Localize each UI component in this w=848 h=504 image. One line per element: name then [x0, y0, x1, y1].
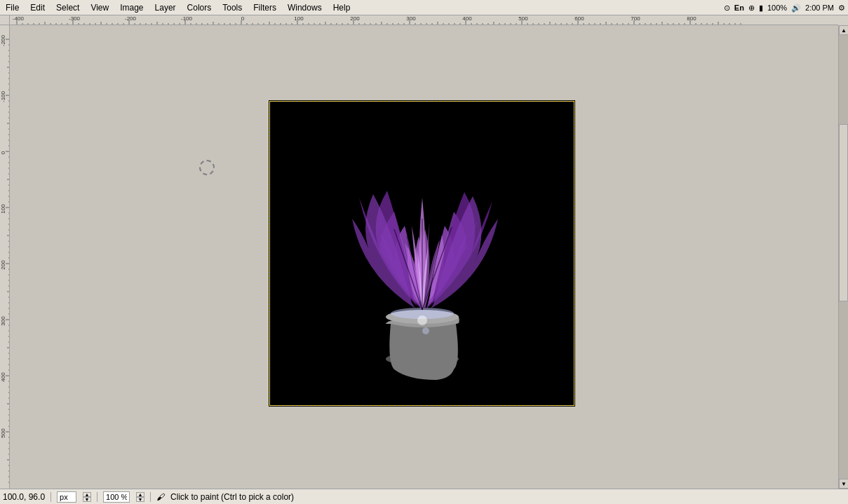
scroll-up-button[interactable]: ▲ — [839, 25, 848, 35]
paintbrush-icon: 🖌 — [156, 492, 165, 502]
menu-view[interactable]: View — [85, 1, 114, 14]
unit-spin-up[interactable]: ▲ — [83, 492, 91, 497]
statusbar-divider-1 — [51, 492, 51, 502]
unit-spinner[interactable]: ▲ ▼ — [83, 492, 91, 502]
zoom-spin-up[interactable]: ▲ — [136, 492, 144, 497]
volume-icon: 🔊 — [791, 4, 801, 13]
svg-point-4 — [422, 327, 429, 334]
settings-icon: ⚙ — [838, 4, 845, 13]
scroll-thumb-vertical[interactable] — [839, 124, 848, 301]
ruler-vertical — [0, 25, 10, 489]
menu-edit[interactable]: Edit — [25, 1, 51, 14]
unit-input[interactable] — [57, 491, 76, 503]
statusbar: 100.0, 96.0 ▲ ▼ ▲ ▼ 🖌 Click to paint (Ct… — [0, 489, 848, 504]
status-hint: Click to paint (Ctrl to pick a color) — [170, 492, 294, 502]
battery-icon: ▮ — [759, 4, 763, 13]
unit-spin-down[interactable]: ▼ — [83, 497, 91, 502]
ruler-h-canvas — [10, 15, 838, 25]
zoom-spin-down[interactable]: ▼ — [136, 497, 144, 502]
ruler-horizontal — [10, 15, 838, 25]
canvas-area[interactable] — [10, 25, 838, 489]
menu-layer[interactable]: Layer — [149, 1, 182, 14]
menu-select[interactable]: Select — [51, 1, 85, 14]
ruler-v-canvas — [0, 25, 10, 489]
menu-windows[interactable]: Windows — [282, 1, 328, 14]
svg-point-3 — [417, 315, 427, 325]
menu-colors[interactable]: Colors — [182, 1, 217, 14]
statusbar-divider-2 — [97, 492, 97, 502]
gimp-icon: En — [734, 4, 744, 12]
menu-image[interactable]: Image — [114, 1, 149, 14]
menu-tools[interactable]: Tools — [217, 1, 248, 14]
statusbar-divider-3 — [150, 492, 151, 502]
scrollbar-right-inner: ▲ ▼ — [839, 25, 848, 489]
clock: 2:00 PM — [805, 4, 834, 12]
network-icon: ⊙ — [724, 4, 730, 13]
menu-filters[interactable]: Filters — [248, 1, 282, 14]
ruler-corner — [0, 15, 10, 25]
image-canvas[interactable] — [270, 102, 574, 405]
selection-cursor-indicator — [199, 160, 215, 175]
coordinates-label: 100.0, 96.0 — [3, 492, 45, 502]
menu-file[interactable]: File — [0, 1, 25, 14]
menubar: File Edit Select View Image Layer Colors… — [0, 0, 848, 15]
bluetooth-icon: ⊕ — [748, 4, 755, 13]
battery-percent: 100% — [767, 4, 787, 12]
scroll-down-button[interactable]: ▼ — [839, 479, 848, 489]
plant-illustration — [303, 121, 541, 387]
zoom-input[interactable] — [103, 491, 130, 503]
system-tray: ⊙ En ⊕ ▮ 100% 🔊 2:00 PM ⚙ — [721, 0, 848, 15]
zoom-spinner[interactable]: ▲ ▼ — [136, 492, 144, 502]
image-canvas-container[interactable] — [269, 101, 574, 406]
scroll-track-vertical[interactable] — [839, 35, 848, 479]
menu-help[interactable]: Help — [328, 1, 356, 14]
scrollbar-right[interactable]: ▲ ▼ — [838, 25, 848, 489]
